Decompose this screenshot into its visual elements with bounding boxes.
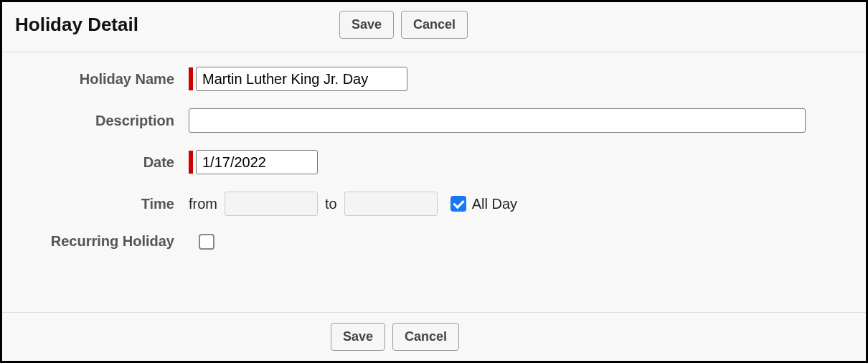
all-day-label: All Day (472, 196, 517, 212)
required-indicator-icon (189, 151, 193, 174)
holiday-detail-window: Holiday Detail Save Cancel Holiday Name … (0, 0, 868, 363)
holiday-name-label: Holiday Name (24, 71, 189, 88)
header-bar: Holiday Detail Save Cancel (2, 2, 866, 52)
row-recurring: Recurring Holiday (24, 233, 844, 250)
row-time: Time from to All Day (24, 192, 844, 216)
all-day-checkbox[interactable] (450, 196, 466, 212)
cancel-button-bottom[interactable]: Cancel (392, 323, 459, 351)
row-description: Description (24, 108, 844, 133)
time-from-input[interactable] (225, 192, 318, 216)
date-input[interactable] (196, 150, 318, 174)
all-day-wrap: All Day (450, 196, 517, 212)
recurring-label: Recurring Holiday (24, 233, 189, 250)
recurring-checkbox[interactable] (199, 234, 214, 250)
form-body: Holiday Name Description Date Time from (2, 52, 866, 312)
time-to-input[interactable] (344, 192, 438, 216)
time-label: Time (24, 196, 189, 212)
date-label: Date (24, 154, 189, 171)
time-from-label: from (189, 196, 217, 212)
page-title: Holiday Detail (15, 14, 138, 36)
save-button-top[interactable]: Save (339, 11, 394, 39)
description-label: Description (24, 113, 189, 129)
description-input[interactable] (189, 108, 806, 133)
footer-bar: Save Cancel (2, 312, 866, 361)
save-button-bottom[interactable]: Save (331, 323, 385, 351)
row-date: Date (24, 150, 844, 174)
cancel-button-top[interactable]: Cancel (401, 11, 468, 39)
holiday-name-input[interactable] (196, 67, 407, 91)
row-holiday-name: Holiday Name (24, 67, 844, 91)
required-indicator-icon (189, 67, 193, 90)
time-to-label: to (325, 196, 337, 212)
